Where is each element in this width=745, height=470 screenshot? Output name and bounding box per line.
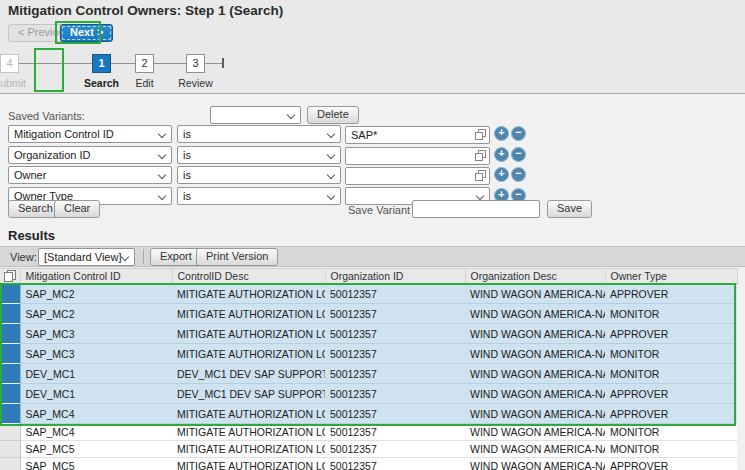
chevron-down-icon: [327, 171, 335, 179]
cell-organization-desc: WIND WAGON AMERICA-NAM…: [465, 344, 605, 364]
delete-variant-button[interactable]: Delete: [307, 106, 359, 124]
table-row[interactable]: SAP_MC4 MITIGATE AUTHORIZATION LOO… 5001…: [0, 424, 737, 441]
chevron-down-icon: [158, 192, 166, 200]
cell-organization-id: 50012357: [325, 441, 465, 458]
add-condition-button[interactable]: +: [494, 126, 509, 141]
row-selector-cell[interactable]: [0, 304, 20, 324]
operator-select-value: is: [183, 149, 191, 161]
cell-mitigation-control-id: SAP_MC4: [20, 424, 172, 441]
table-row[interactable]: DEV_MC1 DEV_MC1 DEV SAP SUPPORT 50012357…: [0, 364, 737, 384]
cell-organization-desc: WIND WAGON AMERICA-NAM…: [465, 424, 605, 441]
cell-controlid-desc: MITIGATE AUTHORIZATION LOO…: [172, 424, 325, 441]
table-row[interactable]: SAP_MC3 MITIGATE AUTHORIZATION LOO… 5001…: [0, 324, 737, 344]
cell-organization-desc: WIND WAGON AMERICA-NAM…: [465, 284, 605, 304]
remove-condition-button[interactable]: −: [511, 126, 526, 141]
select-all-icon[interactable]: [4, 270, 16, 282]
row-selector-cell[interactable]: [0, 284, 20, 304]
cell-controlid-desc: MITIGATE AUTHORIZATION LOO…: [172, 441, 325, 458]
table-row[interactable]: SAP_MC3 MITIGATE AUTHORIZATION LOO… 5001…: [0, 344, 737, 364]
operator-select[interactable]: is: [177, 166, 341, 184]
roadmap-step[interactable]: 3 Review: [186, 54, 205, 73]
cell-mitigation-control-id: SAP_MC3: [20, 324, 172, 344]
chevron-down-icon: [158, 130, 166, 138]
step-number: 2: [135, 54, 154, 73]
table-row[interactable]: SAP_MC5 MITIGATE AUTHORIZATION LOO… 5001…: [0, 458, 737, 470]
cell-owner-type: MONITOR: [605, 441, 737, 458]
table-row[interactable]: SAP_MC2 MITIGATE AUTHORIZATION LOO… 5001…: [0, 284, 737, 304]
value-input[interactable]: [345, 126, 490, 144]
save-variant-input[interactable]: [412, 200, 540, 218]
multiple-selection-icon[interactable]: [475, 170, 486, 181]
multiple-selection-icon[interactable]: [475, 129, 486, 140]
print-version-button[interactable]: Print Version: [196, 248, 278, 266]
next-button[interactable]: Next >: [60, 24, 113, 42]
field-select-value: Mitigation Control ID: [14, 128, 114, 140]
cell-owner-type: APPROVER: [605, 458, 737, 470]
cell-owner-type: MONITOR: [605, 364, 737, 384]
value-input[interactable]: [345, 167, 490, 185]
operator-select[interactable]: is: [177, 146, 341, 164]
cell-controlid-desc: MITIGATE AUTHORIZATION LOO…: [172, 344, 325, 364]
row-selector-cell[interactable]: [0, 424, 20, 441]
row-selector-cell[interactable]: [0, 344, 20, 364]
step-number: 4: [0, 54, 19, 73]
cell-owner-type: APPROVER: [605, 384, 737, 404]
cell-owner-type: APPROVER: [605, 324, 737, 344]
clear-button[interactable]: Clear: [54, 200, 100, 218]
table-row[interactable]: DEV_MC1 DEV_MC1 DEV SAP SUPPORT 50012357…: [0, 384, 737, 404]
row-selector-cell[interactable]: [0, 364, 20, 384]
operator-select[interactable]: is: [177, 187, 341, 205]
saved-variants-select[interactable]: [210, 106, 301, 124]
cell-organization-id: 50012357: [325, 404, 465, 424]
column-header[interactable]: Organization ID: [325, 269, 465, 284]
select-all-header[interactable]: [0, 269, 20, 284]
cell-mitigation-control-id: DEV_MC1: [20, 384, 172, 404]
view-select[interactable]: [Standard View]: [38, 248, 135, 266]
table-row[interactable]: SAP_MC2 MITIGATE AUTHORIZATION LOO… 5001…: [0, 304, 737, 324]
column-header[interactable]: Organization Desc: [465, 269, 605, 284]
table-row[interactable]: SAP_MC5 MITIGATE AUTHORIZATION LOO… 5001…: [0, 441, 737, 458]
cell-organization-id: 50012357: [325, 284, 465, 304]
chevron-down-icon: [327, 192, 335, 200]
step-number: 3: [186, 54, 205, 73]
results-table: Mitigation Control IDControlID DescOrgan…: [0, 268, 738, 470]
operator-select[interactable]: is: [177, 125, 341, 143]
row-selector-cell[interactable]: [0, 404, 20, 424]
field-select[interactable]: Organization ID: [8, 146, 172, 164]
field-select[interactable]: Mitigation Control ID: [8, 125, 172, 143]
cell-controlid-desc: MITIGATE AUTHORIZATION LOO…: [172, 304, 325, 324]
cell-mitigation-control-id: SAP_MC4: [20, 404, 172, 424]
value-input[interactable]: [345, 147, 490, 165]
row-selector-cell[interactable]: [0, 324, 20, 344]
add-condition-button[interactable]: +: [494, 167, 509, 182]
remove-condition-button[interactable]: −: [511, 147, 526, 162]
cell-mitigation-control-id: SAP_MC2: [20, 284, 172, 304]
cell-organization-id: 50012357: [325, 458, 465, 470]
remove-condition-button[interactable]: −: [511, 167, 526, 182]
row-selector-cell[interactable]: [0, 441, 20, 458]
saved-variants-label: Saved Variants:: [8, 110, 85, 122]
add-condition-button[interactable]: +: [494, 147, 509, 162]
roadmap-step[interactable]: 4 Submit: [0, 54, 19, 73]
operator-select-value: is: [183, 128, 191, 140]
cell-controlid-desc: MITIGATE AUTHORIZATION LOO…: [172, 324, 325, 344]
roadmap-step[interactable]: 2 Edit: [135, 54, 154, 73]
field-select[interactable]: Owner: [8, 166, 172, 184]
multiple-selection-icon[interactable]: [475, 150, 486, 161]
save-variant-button[interactable]: Save: [547, 200, 592, 218]
cell-owner-type: APPROVER: [605, 404, 737, 424]
cell-organization-id: 50012357: [325, 384, 465, 404]
cell-organization-desc: WIND WAGON AMERICA-NAM…: [465, 458, 605, 470]
cell-organization-id: 50012357: [325, 364, 465, 384]
view-select-value: [Standard View]: [44, 251, 121, 263]
roadmap-step[interactable]: 1 Search: [92, 54, 111, 73]
chevron-down-icon: [287, 111, 295, 119]
row-selector-cell[interactable]: [0, 384, 20, 404]
field-select-value: Organization ID: [14, 149, 90, 161]
column-header[interactable]: Mitigation Control ID: [20, 269, 172, 284]
column-header[interactable]: Owner Type: [605, 269, 737, 284]
column-header[interactable]: ControlID Desc: [172, 269, 325, 284]
row-selector-cell[interactable]: [0, 458, 20, 470]
table-row[interactable]: SAP_MC4 MITIGATE AUTHORIZATION LOO… 5001…: [0, 404, 737, 424]
cell-owner-type: MONITOR: [605, 344, 737, 364]
